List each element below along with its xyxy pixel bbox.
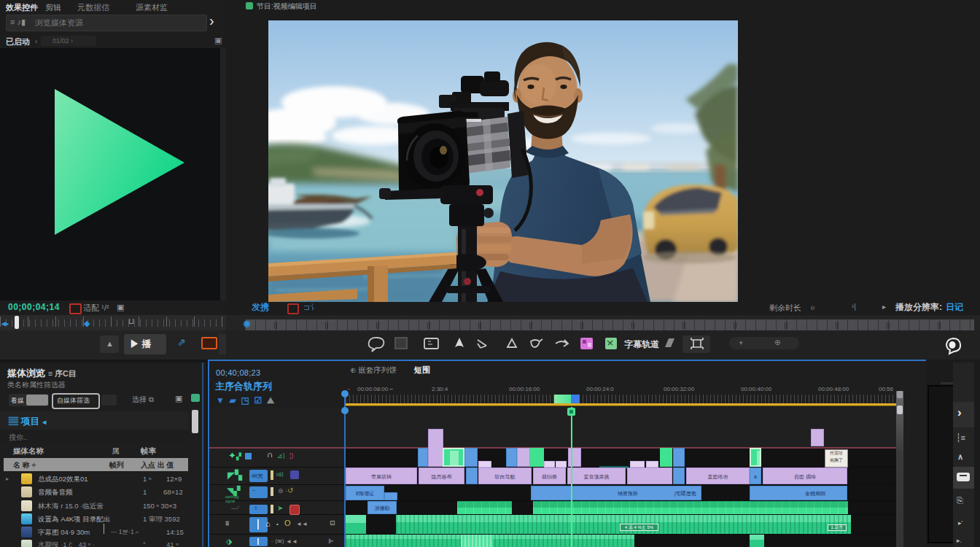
- svg-text:字幕轨道: 字幕轨道: [624, 339, 660, 349]
